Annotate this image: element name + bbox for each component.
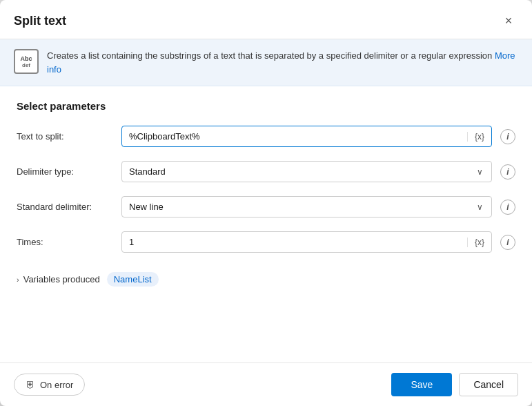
times-row: Times: {x} i bbox=[17, 231, 515, 253]
banner-text: Creates a list containing the substrings… bbox=[47, 49, 518, 76]
times-input-wrapper: {x} bbox=[121, 231, 492, 253]
abc-icon-box: Abc def bbox=[14, 49, 39, 74]
dialog-footer: ⛨ On error Save Cancel bbox=[0, 362, 532, 406]
save-button[interactable]: Save bbox=[391, 373, 452, 396]
standard-delimiter-chevron: ∨ bbox=[469, 202, 491, 212]
variable-badge[interactable]: NameList bbox=[107, 272, 159, 287]
dialog-body: Select parameters Text to split: {x} i D… bbox=[0, 86, 532, 362]
dialog-title: Split text bbox=[14, 14, 66, 28]
shield-icon: ⛨ bbox=[26, 379, 35, 390]
times-label: Times: bbox=[17, 237, 113, 247]
standard-delimiter-label: Standard delimiter: bbox=[17, 202, 113, 212]
delimiter-type-select-wrapper[interactable]: Standard Regular expression ∨ bbox=[121, 161, 492, 182]
variables-chevron-right: › bbox=[17, 276, 19, 284]
split-text-dialog: Split text × Abc def Creates a list cont… bbox=[0, 0, 532, 406]
delimiter-type-label: Delimiter type: bbox=[17, 166, 113, 177]
times-input[interactable] bbox=[122, 232, 467, 252]
text-to-split-label: Text to split: bbox=[17, 131, 113, 142]
dialog-header: Split text × bbox=[0, 0, 532, 39]
text-to-split-row: Text to split: {x} i bbox=[17, 126, 515, 147]
on-error-button[interactable]: ⛨ On error bbox=[14, 374, 85, 396]
text-to-split-input-wrapper: {x} bbox=[121, 126, 492, 147]
variables-label: Variables produced bbox=[23, 274, 100, 284]
text-to-split-xbtn[interactable]: {x} bbox=[467, 132, 491, 142]
cancel-button[interactable]: Cancel bbox=[459, 373, 518, 396]
times-info[interactable]: i bbox=[500, 235, 515, 250]
delimiter-type-row: Delimiter type: Standard Regular express… bbox=[17, 161, 515, 182]
text-to-split-input[interactable] bbox=[122, 126, 467, 146]
abc-def-icon: Abc def bbox=[14, 49, 39, 74]
standard-delimiter-select-wrapper[interactable]: New line Space Tab Custom ∨ bbox=[121, 196, 492, 218]
text-to-split-info[interactable]: i bbox=[500, 129, 515, 144]
on-error-label: On error bbox=[40, 380, 73, 390]
times-xbtn[interactable]: {x} bbox=[467, 238, 491, 247]
standard-delimiter-select[interactable]: New line Space Tab Custom bbox=[122, 197, 469, 217]
section-title: Select parameters bbox=[17, 100, 515, 112]
delimiter-type-info[interactable]: i bbox=[500, 164, 515, 180]
standard-delimiter-row: Standard delimiter: New line Space Tab C… bbox=[17, 196, 515, 218]
close-button[interactable]: × bbox=[499, 11, 518, 30]
footer-actions: Save Cancel bbox=[391, 373, 518, 396]
delimiter-type-chevron: ∨ bbox=[469, 167, 491, 177]
variables-toggle[interactable]: › Variables produced bbox=[17, 274, 100, 284]
standard-delimiter-info[interactable]: i bbox=[500, 200, 515, 215]
info-banner: Abc def Creates a list containing the su… bbox=[0, 39, 532, 86]
delimiter-type-select[interactable]: Standard Regular expression bbox=[122, 162, 469, 182]
variables-produced-row: › Variables produced NameList bbox=[17, 267, 515, 292]
